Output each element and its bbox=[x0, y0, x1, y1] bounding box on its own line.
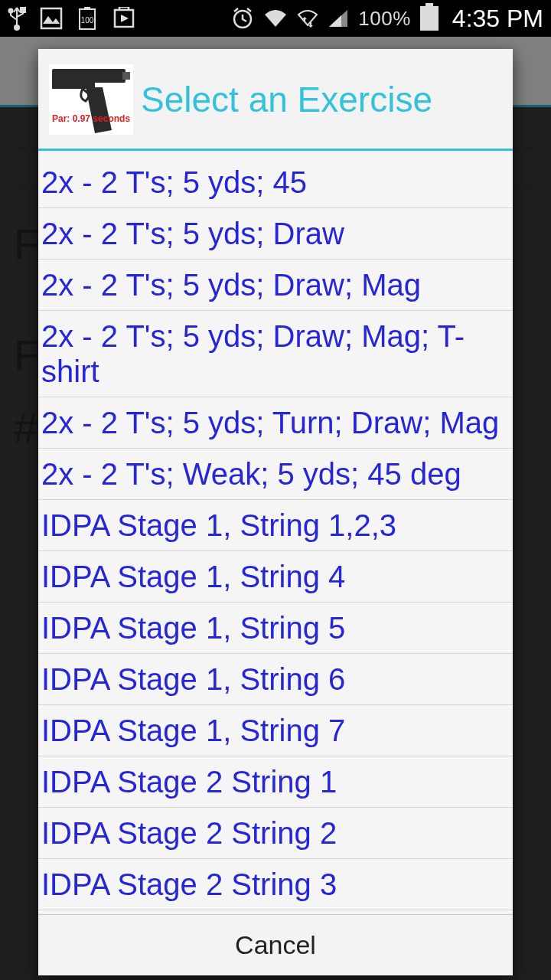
cancel-button[interactable]: Cancel bbox=[38, 915, 513, 975]
svg-text:100: 100 bbox=[81, 16, 94, 24]
status-left: 100 bbox=[8, 6, 136, 31]
list-item[interactable]: 2x - 2 T's; 5 yds; Draw bbox=[38, 208, 513, 260]
signal-icon bbox=[328, 8, 349, 28]
svg-point-0 bbox=[9, 9, 13, 13]
list-item[interactable]: 2x - 2 T's; 5 yds; Draw; Mag bbox=[38, 260, 513, 311]
dialog-header: Par: 0.97 seconds Select an Exercise bbox=[38, 49, 513, 151]
list-item[interactable]: IDPA Stage 1, String 4 bbox=[38, 551, 513, 603]
wifi-icon bbox=[263, 8, 288, 28]
play-store-icon bbox=[112, 7, 136, 30]
dialog-footer: Cancel bbox=[38, 914, 513, 975]
battery-100-icon: 100 bbox=[77, 6, 98, 31]
svg-point-2 bbox=[15, 25, 19, 30]
list-item[interactable]: IDPA Stage 2 String 3 bbox=[38, 859, 513, 910]
clock: 4:35 PM bbox=[452, 5, 543, 33]
svg-rect-5 bbox=[84, 7, 90, 9]
par-caption: Par: 0.97 seconds bbox=[52, 113, 130, 124]
battery-icon bbox=[420, 6, 439, 31]
image-icon bbox=[40, 7, 63, 30]
pistol-icon: Par: 0.97 seconds bbox=[49, 64, 133, 135]
exercise-list[interactable]: 2x - 2 T's; 5 yds; 45 2x - 2 T's; 5 yds;… bbox=[38, 151, 513, 914]
list-item[interactable]: IDPA Stage 1, String 7 bbox=[38, 705, 513, 756]
list-item[interactable]: IDPA Stage 2 String 2 bbox=[38, 808, 513, 859]
wifi-sync-icon bbox=[297, 8, 318, 28]
list-item[interactable]: 2x - 2 T's; 5 yds; 45 bbox=[38, 151, 513, 208]
status-bar: 100 100% 4:35 PM bbox=[0, 0, 551, 37]
battery-percentage: 100% bbox=[358, 7, 411, 31]
list-item[interactable]: IDPA Stage 2 String 1 bbox=[38, 756, 513, 808]
list-item[interactable]: 2x - 2 T's; Weak; 5 yds; 45 deg bbox=[38, 449, 513, 500]
list-item[interactable]: IDPA Stage 1, String 6 bbox=[38, 654, 513, 705]
list-item[interactable]: 2x - 2 T's; 5 yds; Draw; Mag; T-shirt bbox=[38, 311, 513, 397]
list-item[interactable]: IDPA Stage 1, String 1,2,3 bbox=[38, 500, 513, 551]
usb-icon bbox=[8, 6, 26, 31]
list-item[interactable]: IDPA Stage 1, String 5 bbox=[38, 603, 513, 654]
alarm-icon bbox=[231, 7, 254, 30]
svg-rect-1 bbox=[21, 8, 25, 12]
svg-rect-3 bbox=[41, 8, 61, 28]
svg-rect-8 bbox=[52, 69, 126, 83]
exercise-dialog: Par: 0.97 seconds Select an Exercise 2x … bbox=[38, 49, 513, 975]
dialog-title: Select an Exercise bbox=[141, 79, 432, 120]
status-right: 100% 4:35 PM bbox=[231, 5, 543, 33]
svg-rect-10 bbox=[122, 72, 130, 80]
list-item[interactable]: 2x - 2 T's; 5 yds; Turn; Draw; Mag bbox=[38, 397, 513, 449]
